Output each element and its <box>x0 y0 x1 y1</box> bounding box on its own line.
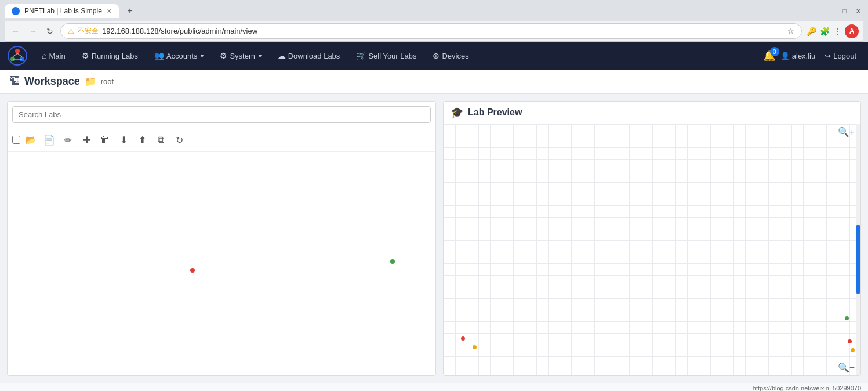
nav-item-devices[interactable]: ⊕ Devices <box>426 46 475 65</box>
reload-button[interactable]: ↻ <box>44 26 56 37</box>
status-bar: https://blog.csdn.net/weixin_50299070 <box>0 383 868 391</box>
preview-dot-green-right <box>845 316 849 320</box>
search-bar-row <box>8 102 435 128</box>
preview-scrollbar[interactable] <box>856 124 860 375</box>
nav-item-download-labs[interactable]: ☁ Download Labs <box>271 46 347 65</box>
security-warning-text: 不安全 <box>78 26 99 36</box>
breadcrumb-root: root <box>101 77 114 86</box>
preview-body: 🔍+ 🔍− <box>444 124 860 375</box>
security-warning-icon: ⚠ <box>68 27 74 35</box>
nav-running-labs-label: Running Labs <box>92 52 138 60</box>
back-button[interactable]: ← <box>9 26 22 37</box>
browser-chrome: PNETLab | Lab is Simple ✕ + — □ ✕ ← → ↻ … <box>0 0 868 42</box>
running-labs-icon: ⚙ <box>82 51 89 60</box>
user-icon: 👤 <box>780 52 790 60</box>
preview-dot-red <box>461 336 465 341</box>
accounts-caret-icon: ▾ <box>201 53 204 59</box>
nav-right: 🔔 0 👤 alex.liu ↪ Logout <box>763 49 861 63</box>
nav-item-sell-your-labs[interactable]: 🛒 Sell Your Labs <box>349 46 423 65</box>
nav-item-accounts[interactable]: 👥 Accounts ▾ <box>147 46 210 65</box>
accounts-icon: 👥 <box>154 51 164 60</box>
extensions-icon[interactable]: 🧩 <box>820 27 830 36</box>
address-bar[interactable]: ⚠ 不安全 192.168.188.128/store/public/admin… <box>60 23 802 39</box>
lab-list-area <box>8 152 435 375</box>
edit-button[interactable]: ✏ <box>60 132 76 148</box>
nav-item-system[interactable]: ⚙ System ▾ <box>213 46 268 65</box>
preview-dot-orange-right <box>851 348 855 352</box>
refresh-button[interactable]: ↻ <box>171 132 187 148</box>
new-tab-button[interactable]: + <box>122 3 137 19</box>
nav-sell-label: Sell Your Labs <box>368 52 416 60</box>
browser-tab[interactable]: PNETLab | Lab is Simple ✕ <box>5 4 119 18</box>
workspace-icon: 🏗 <box>9 75 20 88</box>
logo-icon <box>7 45 28 66</box>
window-controls: — □ ✕ <box>825 6 863 16</box>
lab-preview-panel: 🎓 Lab Preview 🔍+ 🔍− <box>443 101 861 376</box>
main-icon: ⌂ <box>42 51 46 60</box>
workspace-header: 🏗 Workspace 📁 root <box>0 70 868 94</box>
workspace-title: Workspace <box>24 75 80 88</box>
toolbar-row: 📂 📄 ✏ ✚ 🗑 ⬇ ⬆ ⧉ ↻ <box>8 128 435 152</box>
nav-download-labs-label: Download Labs <box>288 52 340 60</box>
app-navbar: ⌂ Main ⚙ Running Labs 👥 Accounts ▾ ⚙ Sys… <box>0 42 868 70</box>
nav-accounts-label: Accounts <box>166 52 197 60</box>
nav-item-running-labs[interactable]: ⚙ Running Labs <box>75 46 145 65</box>
devices-icon: ⊕ <box>433 51 440 60</box>
status-url: https://blog.csdn.net/weixin_50299070 <box>753 385 861 391</box>
minimize-button[interactable]: — <box>825 6 836 16</box>
forward-button[interactable]: → <box>27 26 39 37</box>
close-window-button[interactable]: ✕ <box>854 6 863 16</box>
select-all-checkbox[interactable] <box>12 136 20 144</box>
zoom-out-button[interactable]: 🔍− <box>838 362 855 373</box>
import-button[interactable]: ⬆ <box>134 132 150 148</box>
sell-icon: 🛒 <box>356 51 366 60</box>
grid-canvas: 🔍+ 🔍− <box>444 124 860 375</box>
breadcrumb-folder-icon: 📁 <box>85 76 96 87</box>
browser-user-avatar[interactable]: A <box>845 24 859 38</box>
tab-favicon <box>12 7 20 15</box>
nav-item-main[interactable]: ⌂ Main <box>35 46 72 65</box>
url-text: 192.168.188.128/store/public/admin/main/… <box>102 27 784 35</box>
logout-button[interactable]: ↪ Logout <box>820 49 861 63</box>
address-icons: ☆ <box>787 27 794 35</box>
restore-button[interactable]: □ <box>840 6 849 16</box>
logout-label: Logout <box>833 52 856 60</box>
tab-close-button[interactable]: ✕ <box>107 8 112 15</box>
app-logo <box>7 45 28 66</box>
open-folder-button[interactable]: 📂 <box>23 132 39 148</box>
user-info[interactable]: 👤 alex.liu <box>780 52 815 60</box>
lab-preview-icon: 🎓 <box>451 106 463 119</box>
user-name: alex.liu <box>792 52 815 60</box>
clone-button[interactable]: ⧉ <box>152 132 169 148</box>
add-button[interactable]: ✚ <box>78 132 95 148</box>
export-button[interactable]: ⬇ <box>115 132 132 148</box>
system-caret-icon: ▾ <box>259 53 262 59</box>
search-input[interactable] <box>12 106 431 123</box>
key-icon: 🔑 <box>807 27 816 36</box>
browser-extra-icons: 🔑 🧩 ⋮ A <box>807 24 859 38</box>
notification-badge: 0 <box>770 47 779 56</box>
preview-dot-red-right <box>848 339 852 343</box>
preview-header: 🎓 Lab Preview <box>444 102 860 124</box>
notification-bell[interactable]: 🔔 0 <box>763 49 776 62</box>
menu-icon[interactable]: ⋮ <box>833 27 841 36</box>
zoom-in-button[interactable]: 🔍+ <box>838 126 855 137</box>
system-icon: ⚙ <box>220 51 227 60</box>
main-content: 📂 📄 ✏ ✚ 🗑 ⬇ ⬆ ⧉ ↻ 🎓 Lab Preview 🔍+ <box>0 94 868 383</box>
nav-devices-label: Devices <box>442 52 468 60</box>
browser-titlebar: PNETLab | Lab is Simple ✕ + — □ ✕ <box>5 3 863 19</box>
bookmark-icon[interactable]: ☆ <box>787 27 794 35</box>
download-labs-icon: ☁ <box>278 51 286 60</box>
left-panel: 📂 📄 ✏ ✚ 🗑 ⬇ ⬆ ⧉ ↻ <box>7 101 436 376</box>
svg-point-1 <box>15 49 20 53</box>
delete-button[interactable]: 🗑 <box>97 132 113 148</box>
new-lab-button[interactable]: 📄 <box>41 132 57 148</box>
nav-system-label: System <box>230 52 255 60</box>
tab-title: PNETLab | Lab is Simple <box>24 7 102 15</box>
scrollbar-thumb <box>856 225 860 294</box>
lab-list-dot-green <box>390 259 395 264</box>
lab-preview-title: Lab Preview <box>468 107 522 118</box>
lab-list-dot-red <box>190 268 195 273</box>
address-bar-row: ← → ↻ ⚠ 不安全 192.168.188.128/store/public… <box>5 21 863 42</box>
preview-dot-orange <box>473 345 477 349</box>
